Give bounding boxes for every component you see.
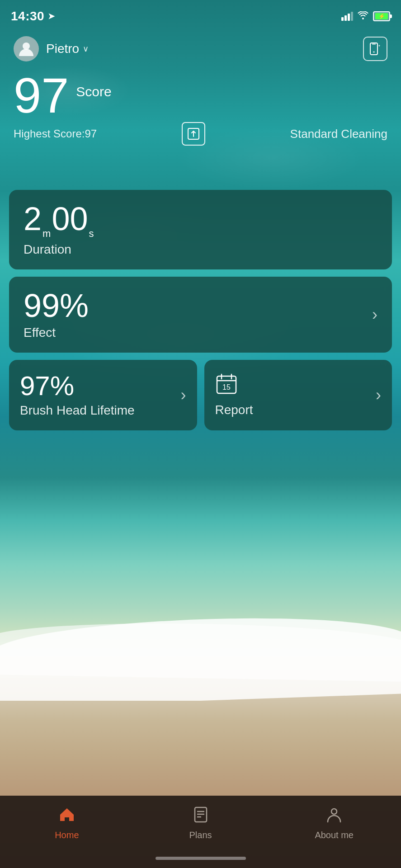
about-me-icon [326,806,343,826]
signal-bar-3 [348,14,350,21]
svg-point-0 [23,42,30,50]
nav-about-me[interactable]: About me [267,806,401,840]
svg-point-15 [331,809,337,814]
wifi-icon [358,11,368,22]
signal-bar-4 [351,12,353,21]
report-calendar-icon: 15 [215,373,253,399]
duration-label: Duration [24,242,377,257]
brush-head-chevron-icon: › [181,386,186,405]
device-icon[interactable]: * [363,37,387,61]
score-label: Score [76,84,111,99]
about-me-label: About me [315,830,354,840]
brush-head-value: 97% [20,373,135,400]
effect-value: 99% [24,289,89,322]
effect-label: Effect [24,326,89,340]
highest-score: Highest Score:97 [14,127,97,140]
report-chevron-icon: › [376,386,381,405]
user-row: Pietro ∨ * [14,36,387,61]
plans-label: Plans [189,830,212,840]
report-content: 15 Report [215,373,253,417]
battery-tip [390,14,392,18]
signal-bar-1 [341,17,344,21]
signal-bar-2 [344,15,347,21]
signal-bars [341,12,353,21]
report-label: Report [215,403,253,417]
score-main: 97 Score [14,71,387,120]
effect-card[interactable]: 99% Effect › [9,277,392,353]
brush-head-label: Brush Head Lifetime [20,403,135,418]
score-meta: Highest Score:97 Standard Cleaning [14,122,387,146]
status-bar: 14:30 ➤ ⚡ [0,0,401,27]
effect-content: 99% Effect [24,289,89,340]
svg-text:15: 15 [222,383,231,391]
score-number: 97 [14,71,69,120]
report-row: 15 Report › [215,373,382,417]
nav-plans[interactable]: Plans [134,806,268,840]
svg-point-3 [373,51,375,53]
home-indicator [156,857,246,860]
user-info[interactable]: Pietro ∨ [14,36,89,61]
avatar [14,36,39,61]
battery-icon: ⚡ [373,11,390,21]
duration-minutes-sub: m [42,228,51,239]
location-icon: ➤ [48,11,55,21]
share-icon[interactable] [182,122,205,146]
header: Pietro ∨ * 97 Score Highest Score:97 [0,27,401,153]
duration-seconds: 00 [52,201,88,237]
user-name-text: Pietro [46,42,79,56]
user-name-display[interactable]: Pietro ∨ [46,42,89,56]
nav-home[interactable]: Home [0,806,134,840]
battery-bolt: ⚡ [378,13,385,19]
cards-row: 97% Brush Head Lifetime › 15 [9,360,392,430]
cleaning-mode: Standard Cleaning [290,127,387,141]
home-label: Home [55,830,79,840]
duration-value: 2m00s [24,203,377,239]
effect-chevron-icon: › [372,305,377,324]
cards-container: 2m00s Duration 99% Effect › 97% Brush He… [9,190,392,430]
brush-head-card[interactable]: 97% Brush Head Lifetime › [9,360,197,430]
brush-head-content: 97% Brush Head Lifetime [20,373,135,418]
time-display: 14:30 [11,9,44,24]
wave-area [0,588,401,701]
effect-row: 99% Effect › [24,289,377,340]
status-icons: ⚡ [341,11,390,22]
score-section: 97 Score Highest Score:97 Standard Clean… [14,71,387,146]
duration-minutes: 2 [24,201,42,237]
duration-seconds-sub: s [89,228,94,239]
svg-text:*: * [378,44,380,49]
chevron-down-icon: ∨ [83,44,89,54]
home-icon [58,806,75,826]
report-card[interactable]: 15 Report › [204,360,392,430]
brush-head-row: 97% Brush Head Lifetime › [20,373,186,418]
status-time: 14:30 ➤ [11,9,55,24]
svg-rect-2 [372,43,376,45]
plans-icon [192,806,209,826]
duration-card: 2m00s Duration [9,190,392,269]
